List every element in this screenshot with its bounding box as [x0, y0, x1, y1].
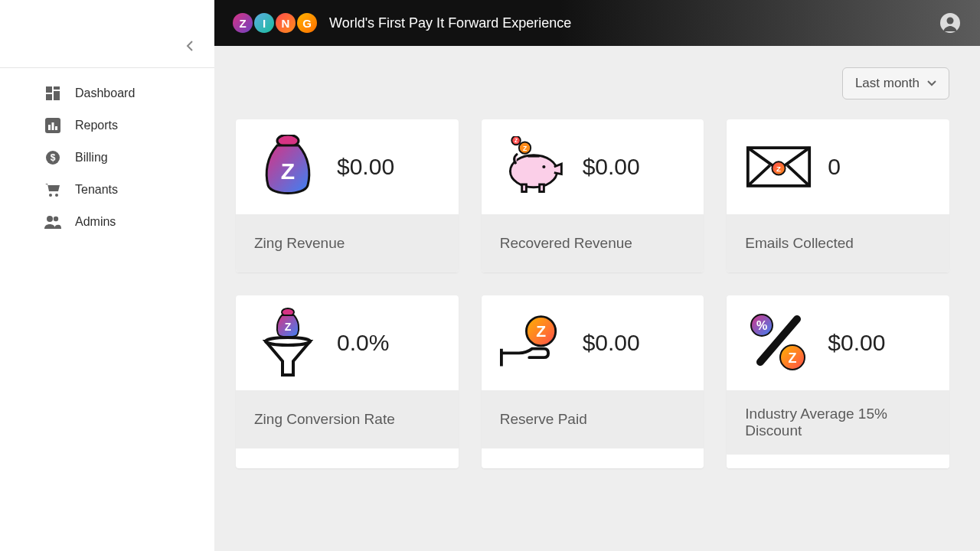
sidebar-item-label: Tenants [75, 183, 118, 197]
logo-letter-i: I [254, 13, 274, 33]
svg-rect-5 [48, 125, 51, 130]
svg-rect-0 [46, 86, 52, 93]
brand-tagline: World's First Pay It Forward Experience [329, 15, 571, 31]
metric-value: $0.00 [828, 330, 885, 356]
date-range-dropdown[interactable]: Last month [842, 67, 949, 99]
card-zing-conversion-rate: Z 0.0% Zing Conversion Rate [236, 295, 459, 468]
dashboard-content: Last month Z [214, 46, 980, 484]
metric-cards-grid: Z $0.00 Zing Revenue [236, 119, 949, 468]
svg-point-11 [55, 194, 58, 197]
card-emails-collected: Z 0 Emails Collected [727, 119, 949, 272]
svg-text:Z: Z [281, 158, 295, 184]
svg-text:Z: Z [523, 145, 527, 152]
card-zing-revenue: Z $0.00 Zing Revenue [236, 119, 459, 272]
metric-label: Emails Collected [745, 235, 854, 252]
svg-text:Z: Z [776, 165, 781, 173]
svg-text:Z: Z [514, 138, 518, 143]
svg-point-18 [510, 155, 557, 187]
money-bag-icon: Z [254, 133, 322, 201]
main: Z I N G World's First Pay It Forward Exp… [214, 0, 980, 551]
svg-text:$: $ [51, 152, 56, 163]
sidebar-item-tenants[interactable]: Tenants [0, 174, 214, 206]
chevron-left-icon [186, 41, 194, 51]
svg-rect-2 [54, 91, 60, 100]
dollar-circle-icon: $ [44, 149, 61, 166]
svg-rect-21 [539, 184, 544, 192]
metric-label: Zing Revenue [254, 235, 345, 252]
caret-down-icon [927, 80, 936, 86]
svg-rect-7 [55, 126, 57, 130]
metric-label: Recovered Revenue [500, 235, 632, 252]
svg-rect-1 [54, 86, 60, 90]
svg-rect-6 [52, 122, 54, 130]
svg-text:%: % [756, 319, 767, 332]
card-industry-average-discount: % Z $0.00 Industry Average 15% Dis [727, 295, 949, 468]
topbar: Z I N G World's First Pay It Forward Exp… [214, 0, 980, 46]
piggy-bank-icon: Z Z [500, 133, 567, 201]
dashboard-icon [44, 85, 61, 102]
account-circle-icon [939, 12, 961, 34]
svg-point-13 [54, 217, 58, 221]
sidebar-collapse-button[interactable] [182, 38, 198, 54]
svg-point-12 [47, 216, 53, 222]
svg-rect-22 [528, 155, 539, 158]
metric-value: 0 [828, 154, 841, 180]
svg-point-15 [947, 18, 954, 24]
date-range-label: Last month [855, 76, 920, 91]
svg-point-19 [542, 165, 545, 168]
metric-label: Industry Average 15% Discount [745, 406, 931, 439]
metric-value: 0.0% [337, 330, 389, 356]
card-reserve-paid: Z $0.00 Reserve Paid [482, 295, 704, 468]
card-recovered-revenue: Z Z $0.00 Recovered Revenue [482, 119, 704, 272]
metric-value: $0.00 [337, 154, 394, 180]
metric-value: $0.00 [583, 154, 640, 180]
sidebar-item-label: Dashboard [75, 86, 135, 100]
svg-text:Z: Z [285, 321, 292, 333]
people-icon [44, 214, 61, 230]
sidebar-item-dashboard[interactable]: Dashboard [0, 77, 214, 109]
metric-label: Zing Conversion Rate [254, 411, 395, 428]
metric-label: Reserve Paid [500, 411, 587, 428]
logo-letter-z: Z [233, 13, 253, 33]
account-button[interactable] [939, 11, 962, 34]
sidebar-item-label: Reports [75, 119, 118, 132]
svg-rect-3 [46, 94, 52, 100]
bar-chart-icon [44, 117, 61, 134]
sidebar-item-reports[interactable]: Reports [0, 109, 214, 142]
metric-value: $0.00 [583, 330, 640, 356]
sidebar-item-admins[interactable]: Admins [0, 206, 214, 238]
svg-rect-20 [521, 184, 526, 192]
envelope-icon: Z [745, 133, 812, 201]
logo-letter-g: G [297, 13, 317, 33]
svg-point-32 [266, 337, 310, 345]
sidebar-nav: Dashboard Reports $ Billing Tenants [0, 68, 214, 238]
svg-point-10 [49, 194, 52, 197]
funnel-icon: Z [254, 309, 322, 377]
cart-icon [44, 181, 61, 198]
logo-letter-n: N [276, 13, 296, 33]
svg-text:Z: Z [536, 322, 546, 340]
svg-text:Z: Z [789, 350, 797, 366]
sidebar-item-billing[interactable]: $ Billing [0, 142, 214, 174]
sidebar-item-label: Billing [75, 151, 108, 165]
percent-discount-icon: % Z [745, 309, 812, 377]
brand-logo: Z I N G [233, 13, 317, 33]
sidebar: Dashboard Reports $ Billing Tenants [0, 0, 214, 551]
hand-coin-icon: Z [500, 309, 567, 377]
sidebar-item-label: Admins [75, 215, 116, 229]
